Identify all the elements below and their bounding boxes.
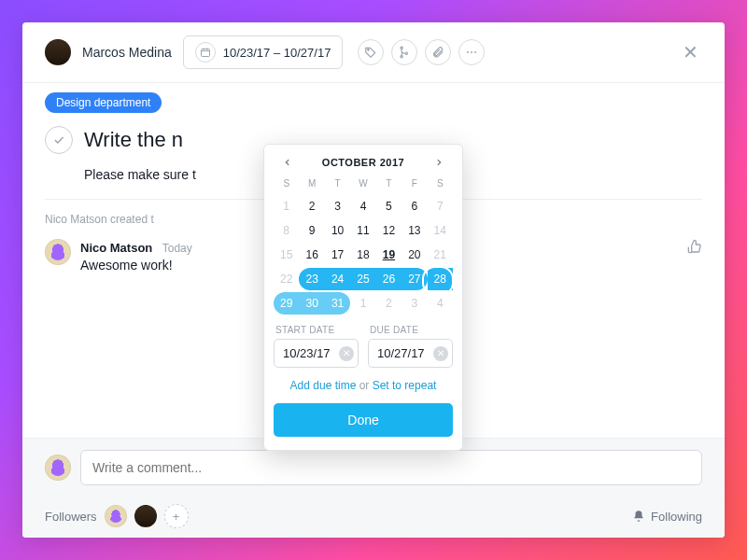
- svg-point-1: [368, 49, 369, 50]
- comment-author: Nico Matson: [80, 241, 152, 255]
- dow: S: [274, 176, 299, 194]
- day-cell[interactable]: 9: [299, 219, 324, 242]
- day-cell[interactable]: 6: [402, 195, 427, 217]
- day-cell[interactable]: 5: [376, 195, 402, 217]
- comment-when: Today: [162, 242, 192, 255]
- comment-text: Awesome work!: [80, 258, 192, 273]
- followers-label: Followers: [45, 510, 97, 524]
- tag-icon[interactable]: [358, 39, 384, 65]
- day-cell-range[interactable]: 31: [325, 292, 350, 315]
- day-cell[interactable]: 4: [428, 292, 453, 315]
- day-cell-range[interactable]: 23: [299, 268, 324, 290]
- bell-icon: [632, 510, 645, 523]
- weekday-row: S M T W T F S: [274, 176, 453, 194]
- calendar-header: OCTOBER 2017: [274, 156, 453, 176]
- project-pill[interactable]: Design department: [45, 92, 162, 113]
- day-cell[interactable]: 3: [402, 292, 427, 315]
- start-date-label: START DATE: [275, 325, 359, 335]
- day-cell-range[interactable]: 28: [428, 268, 453, 290]
- assignee-name[interactable]: Marcos Medina: [82, 45, 172, 60]
- add-due-time-link[interactable]: Add due time: [290, 379, 357, 392]
- date-picker-links: Add due time or Set to repeat: [274, 379, 453, 392]
- day-cell[interactable]: 7: [428, 195, 453, 217]
- date-range-text: 10/23/17 – 10/27/17: [223, 46, 331, 60]
- more-icon[interactable]: [458, 39, 485, 65]
- day-cell-range[interactable]: 27: [402, 268, 427, 290]
- svg-point-6: [471, 51, 472, 53]
- calendar-grid: 1 2 3 4 5 6 7 8 9 10 11 12 13 14 15 16 1…: [274, 194, 453, 315]
- day-cell-range[interactable]: 30: [299, 292, 324, 315]
- date-picker-popover: OCTOBER 2017 S M T W T F S 1 2 3 4 5 6: [263, 144, 463, 451]
- followers-bar: Followers + Following: [22, 497, 725, 538]
- complete-toggle[interactable]: [45, 126, 73, 154]
- attachment-icon[interactable]: [425, 39, 451, 65]
- day-cell[interactable]: 2: [299, 195, 324, 217]
- svg-rect-0: [201, 49, 209, 57]
- task-title[interactable]: Write the n: [84, 128, 183, 152]
- assignee-avatar[interactable]: [45, 39, 71, 65]
- day-cell[interactable]: 16: [299, 244, 324, 266]
- task-card: Marcos Medina 10/23/17 – 10/27/17 ✕ Desi…: [22, 22, 725, 538]
- follower-avatar[interactable]: [134, 505, 157, 527]
- done-button[interactable]: Done: [274, 403, 453, 437]
- day-cell[interactable]: 20: [402, 244, 427, 266]
- task-action-icons: [358, 39, 485, 65]
- following-toggle[interactable]: Following: [632, 510, 702, 524]
- svg-point-7: [475, 51, 477, 53]
- self-avatar[interactable]: [45, 455, 71, 481]
- due-date-label: DUE DATE: [370, 325, 453, 335]
- follower-avatar[interactable]: [105, 505, 127, 527]
- date-range-chip[interactable]: 10/23/17 – 10/27/17: [183, 35, 344, 69]
- or-text: or: [359, 379, 373, 392]
- day-cell[interactable]: 13: [402, 219, 427, 242]
- task-body: Design department Write the n Please mak…: [22, 83, 725, 438]
- day-cell[interactable]: 15: [274, 244, 299, 266]
- day-cell-range[interactable]: 29: [274, 292, 299, 315]
- clear-start-icon[interactable]: ✕: [339, 346, 354, 361]
- dow: W: [350, 176, 375, 194]
- day-cell[interactable]: 12: [376, 219, 402, 242]
- dow: T: [376, 176, 402, 194]
- day-cell[interactable]: 1: [274, 195, 299, 217]
- day-cell[interactable]: 11: [350, 219, 375, 242]
- close-icon[interactable]: ✕: [679, 37, 702, 67]
- day-cell[interactable]: 2: [376, 292, 402, 315]
- day-cell-range[interactable]: 26: [376, 268, 402, 290]
- set-repeat-link[interactable]: Set to repeat: [373, 379, 437, 392]
- svg-point-3: [406, 52, 408, 54]
- day-cell-range[interactable]: 24: [325, 268, 350, 290]
- prev-month-icon[interactable]: [279, 156, 296, 169]
- comment-body: Nico Matson Today Awesome work!: [80, 239, 192, 273]
- task-header: Marcos Medina 10/23/17 – 10/27/17 ✕: [22, 22, 725, 83]
- following-label: Following: [651, 510, 702, 524]
- day-cell[interactable]: 10: [325, 219, 350, 242]
- day-cell[interactable]: 14: [428, 219, 453, 242]
- add-follower-button[interactable]: +: [164, 504, 189, 528]
- next-month-icon[interactable]: [430, 156, 447, 169]
- like-icon[interactable]: [687, 239, 702, 254]
- day-cell-today[interactable]: 19: [376, 244, 402, 266]
- comment-input[interactable]: [80, 450, 702, 485]
- calendar-icon: [195, 42, 216, 63]
- day-cell[interactable]: 17: [325, 244, 350, 266]
- dow: M: [299, 176, 324, 194]
- commenter-avatar[interactable]: [45, 239, 71, 265]
- day-cell[interactable]: 4: [350, 195, 375, 217]
- day-cell[interactable]: 1: [350, 292, 375, 315]
- svg-point-5: [467, 51, 469, 53]
- dow: T: [325, 176, 350, 194]
- month-label: OCTOBER 2017: [322, 157, 404, 168]
- dow: S: [428, 176, 453, 194]
- dow: F: [402, 176, 427, 194]
- clear-due-icon[interactable]: ✕: [433, 346, 448, 361]
- day-cell[interactable]: 22: [274, 268, 299, 290]
- date-inputs-row: START DATE ✕ DUE DATE ✕: [274, 325, 453, 368]
- day-cell-range[interactable]: 25: [350, 268, 375, 290]
- day-cell[interactable]: 21: [428, 244, 453, 266]
- day-cell[interactable]: 3: [325, 195, 350, 217]
- day-cell[interactable]: 8: [274, 219, 299, 242]
- day-cell[interactable]: 18: [350, 244, 375, 266]
- subtask-icon[interactable]: [391, 39, 417, 65]
